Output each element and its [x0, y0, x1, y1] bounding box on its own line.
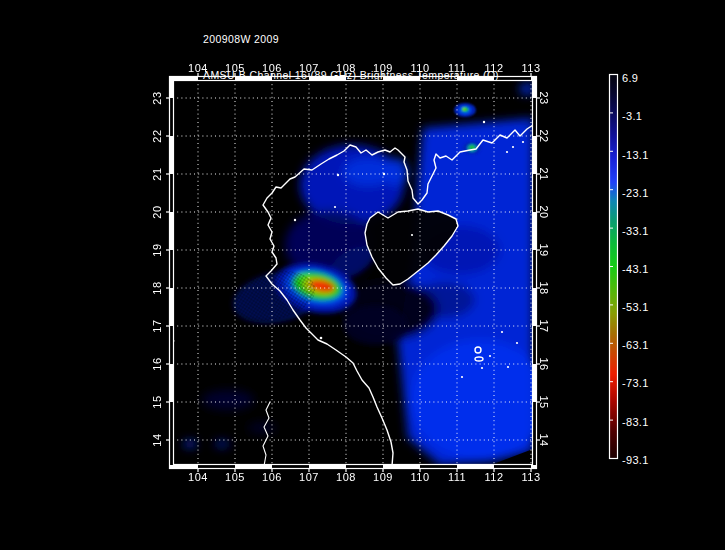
lat-tick-label: 14	[538, 433, 550, 446]
lat-tick-label: 21	[151, 167, 163, 180]
bt-map-figure: 104 105 106 107 108 109 110 111 112 113 …	[0, 0, 725, 550]
colorbar-tick-label: -43.1	[622, 263, 649, 275]
lon-tick-label: 106	[262, 62, 282, 74]
lat-tick-label: 18	[538, 281, 550, 294]
colorbar-tick-label: -63.1	[622, 339, 649, 351]
lat-tick-label: 20	[151, 205, 163, 218]
lon-tick-label: 108	[336, 62, 356, 74]
lon-tick-label: 111	[448, 471, 466, 483]
lat-axis-right: 23 22 21 20 19 18 17 16 15 14	[538, 91, 550, 446]
lon-axis-bottom: 104 105 106 107 108 109 110 111 112 113	[188, 471, 540, 483]
lon-tick-label: 107	[299, 62, 319, 74]
lat-tick-label: 18	[151, 281, 163, 294]
lat-tick-label: 16	[151, 357, 163, 370]
lon-tick-label: 104	[188, 62, 208, 74]
lon-tick-label: 107	[299, 471, 319, 483]
lat-tick-label: 20	[538, 205, 550, 218]
lat-tick-label: 15	[151, 395, 163, 408]
colorbar-tick-label: -73.1	[622, 377, 649, 389]
lon-tick-label: 108	[336, 471, 356, 483]
colorbar: 6.9 -3.1 -13.1 -23.1 -33.1 -43.1 -53.1 -…	[610, 72, 649, 466]
lat-axis-left: 23 22 21 20 19 18 17 16 15 14	[151, 91, 163, 446]
lat-tick-label: 17	[538, 319, 550, 332]
lat-tick-label: 15	[538, 395, 550, 408]
lon-tick-label: 113	[521, 471, 540, 483]
lat-tick-label: 22	[151, 129, 163, 142]
lon-tick-label: 110	[410, 471, 429, 483]
lat-tick-label: 22	[538, 129, 550, 142]
colorbar-tick-label: -93.1	[622, 454, 649, 466]
lon-tick-label: 105	[225, 62, 245, 74]
lat-tick-label: 23	[538, 91, 550, 104]
colorbar-tick-label: -53.1	[622, 301, 649, 313]
colorbar-tick-label: 6.9	[622, 72, 638, 84]
lon-tick-label: 104	[188, 471, 208, 483]
lon-tick-label: 112	[484, 471, 503, 483]
lon-tick-label: 113	[521, 62, 540, 74]
colorbar-tick-label: -83.1	[622, 416, 649, 428]
lon-tick-label: 106	[262, 471, 282, 483]
lat-tick-label: 19	[538, 243, 550, 256]
lat-tick-label: 21	[538, 167, 550, 180]
colorbar-tick-label: -3.1	[622, 110, 642, 122]
lon-axis-top: 104 105 106 107 108 109 110 111 112 113	[188, 62, 540, 74]
colorbar-tick-label: -23.1	[622, 187, 649, 199]
lon-tick-label: 110	[410, 62, 429, 74]
lon-tick-label: 109	[373, 62, 393, 74]
colorbar-tick-label: -13.1	[622, 149, 649, 161]
lon-tick-label: 105	[225, 471, 245, 483]
lat-tick-label: 16	[538, 357, 550, 370]
lon-tick-label: 111	[448, 62, 466, 74]
lat-tick-label: 23	[151, 91, 163, 104]
lon-tick-label: 112	[484, 62, 503, 74]
lat-tick-label: 17	[151, 319, 163, 332]
lat-tick-label: 19	[151, 243, 163, 256]
lat-tick-label: 14	[151, 433, 163, 446]
colorbar-tick-label: -33.1	[622, 225, 649, 237]
colorbar-labels: 6.9 -3.1 -13.1 -23.1 -33.1 -43.1 -53.1 -…	[622, 72, 649, 466]
lon-tick-label: 109	[373, 471, 393, 483]
